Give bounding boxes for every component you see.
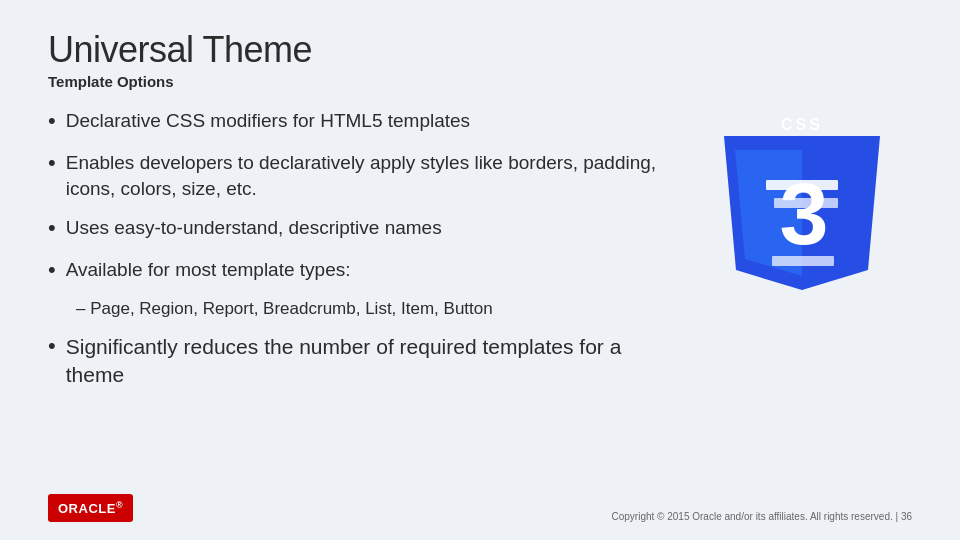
bullet-text-5: Significantly reduces the number of requ… [66,333,672,390]
svg-rect-7 [772,256,834,266]
bullet-item-3: • Uses easy-to-understand, descriptive n… [48,215,672,243]
css3-logo: CSS 3 [722,108,882,293]
bullet-section: • Declarative CSS modifiers for HTML5 te… [48,108,692,490]
oracle-registered: ® [116,500,123,510]
oracle-logo: ORACLE® [48,494,133,522]
bullet-text-3: Uses easy-to-understand, descriptive nam… [66,215,672,241]
subtitle: Template Options [48,73,912,90]
bullet-item-1: • Declarative CSS modifiers for HTML5 te… [48,108,672,136]
bullet-dot-3: • [48,213,56,243]
svg-rect-6 [774,198,838,208]
bullet-dot-1: • [48,106,56,136]
sub-bullet-4: – Page, Region, Report, Breadcrumb, List… [76,299,672,319]
bullet-dot-4: • [48,255,56,285]
bullet-item-5: • Significantly reduces the number of re… [48,333,672,390]
footer: ORACLE® Copyright © 2015 Oracle and/or i… [48,490,912,522]
bullet-text-4: Available for most template types: [66,257,672,283]
svg-rect-5 [766,180,838,190]
svg-text:CSS: CSS [781,116,823,133]
copyright-text: Copyright © 2015 Oracle and/or its affil… [612,511,912,522]
oracle-box: ORACLE® [48,494,133,522]
bullet-dot-5: • [48,331,56,361]
content-area: • Declarative CSS modifiers for HTML5 te… [48,108,912,490]
sub-bullet-text-4: – Page, Region, Report, Breadcrumb, List… [76,299,672,319]
bullet-item-4: • Available for most template types: [48,257,672,285]
oracle-text: ORACLE® [58,501,123,516]
slide: Universal Theme Template Options • Decla… [0,0,960,540]
bullet-dot-2: • [48,148,56,178]
svg-text:3: 3 [780,164,829,263]
bullet-text-1: Declarative CSS modifiers for HTML5 temp… [66,108,672,134]
bullet-item-2: • Enables developers to declaratively ap… [48,150,672,201]
header-section: Universal Theme Template Options [48,28,912,90]
bullet-text-2: Enables developers to declaratively appl… [66,150,672,201]
css-logo-area: CSS 3 [692,108,912,490]
main-title: Universal Theme [48,28,912,71]
